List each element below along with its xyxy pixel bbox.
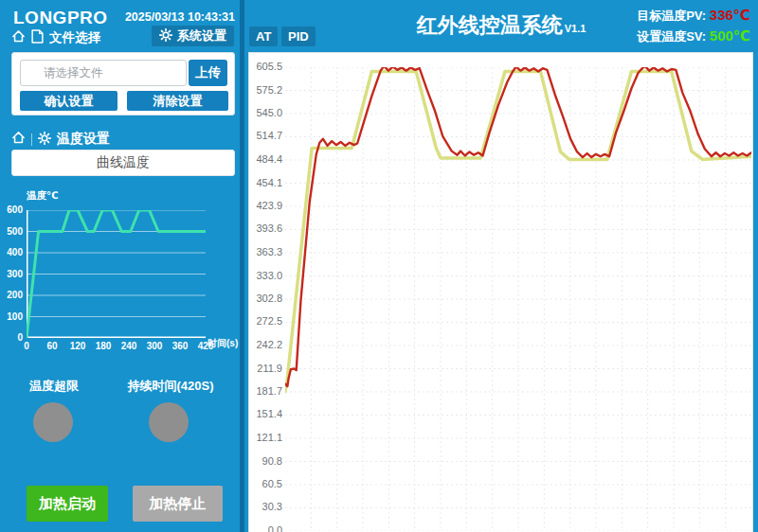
sidebar: LONGPRO 2025/03/13 10:43:31 文件选择	[0, 0, 240, 532]
file-panel: 上传 确认设置 清除设置	[11, 52, 235, 115]
mini-chart-y-tick-label: 100	[0, 311, 23, 322]
upload-button[interactable]: 上传	[189, 60, 227, 86]
pv-value: 336℃	[710, 7, 750, 23]
mini-chart-x-tick-label: 300	[147, 341, 163, 351]
mini-chart-y-tick-label: 200	[0, 290, 23, 300]
main-chart-y-tick-label: 484.4	[251, 153, 282, 165]
nav-temp-settings[interactable]: 温度设置	[11, 131, 110, 148]
main-chart-y-tick-label: 0.0	[251, 524, 282, 532]
pv-label: 目标温度PV:	[637, 9, 706, 23]
gear-icon	[159, 28, 172, 44]
sidebar-divider	[240, 0, 244, 532]
mini-chart-x-tick-label: 360	[172, 341, 189, 351]
temp-settings-label: 温度设置	[57, 131, 110, 148]
topbar: AT PID 红外线控温系统V1.1 目标温度PV: 336℃ 设置温度SV: …	[244, 0, 758, 49]
system-settings-label: 系统设置	[177, 27, 226, 44]
file-select-input[interactable]	[20, 60, 187, 86]
sv-label: 设置温度SV:	[637, 29, 706, 44]
mini-chart-x-tick-label: 240	[121, 341, 137, 351]
mini-chart-x-tick-label: 0	[24, 341, 29, 351]
main-chart-y-tick-label: 60.5	[251, 478, 282, 489]
mini-chart-x-tick-label: 120	[70, 341, 86, 351]
logo: LONGPRO	[13, 8, 108, 28]
main-chart-y-tick-label: 545.0	[251, 107, 282, 118]
nav-file-select[interactable]: 文件选择	[11, 28, 100, 47]
gear-icon	[38, 132, 51, 148]
main-chart-y-tick-label: 605.5	[251, 61, 282, 72]
mini-chart-y-tick-label: 400	[0, 247, 23, 257]
curve-temperature-button[interactable]: 曲线温度	[11, 150, 235, 176]
home-icon	[11, 131, 26, 148]
main-chart-y-tick-label: 302.8	[251, 293, 282, 304]
mini-chart-x-tick-label: 180	[96, 341, 112, 351]
main-chart-y-tick-label: 393.6	[251, 222, 282, 234]
heating-start-button[interactable]: 加热启动	[27, 486, 108, 522]
mini-chart-y-tick-label: 600	[0, 204, 23, 215]
nav-file-select-label: 文件选择	[49, 29, 100, 46]
sv-value: 500℃	[710, 27, 750, 44]
overlimit-indicator	[33, 402, 73, 442]
main-chart-y-tick-label: 151.4	[251, 408, 282, 419]
app-window: LONGPRO 2025/03/13 10:43:31 文件选择	[0, 0, 758, 532]
mini-chart-y-tick-label: 0	[0, 332, 23, 343]
app-title-text: 红外线控温系统	[417, 13, 563, 37]
pv-row: 目标温度PV: 336℃	[637, 5, 750, 26]
main-chart-y-tick-label: 333.0	[251, 270, 282, 281]
duration-indicator	[149, 402, 189, 442]
mini-chart-y-tick-label: 500	[0, 226, 23, 237]
mini-chart-x-axis-label: 时间(s)	[208, 337, 238, 350]
main-chart-y-tick-label: 423.9	[251, 200, 282, 211]
mini-chart-x-tick-label: 60	[46, 341, 57, 351]
mini-chart-plot	[27, 210, 206, 338]
pv-sv-readout: 目标温度PV: 336℃ 设置温度SV: 500℃	[637, 5, 750, 46]
main-chart-y-tick-label: 454.1	[251, 177, 282, 188]
main-chart-plot	[285, 67, 751, 531]
main-chart-y-tick-label: 211.9	[251, 363, 282, 374]
main-chart-y-tick-label: 272.5	[251, 315, 282, 327]
datetime: 2025/03/13 10:43:31	[125, 10, 235, 24]
mini-chart-y-tick-label: 300	[0, 269, 23, 279]
document-icon	[31, 29, 44, 46]
duration-label: 持续时间(420S)	[125, 378, 216, 395]
sv-row: 设置温度SV: 500℃	[637, 26, 750, 46]
main-chart-y-tick-label: 30.3	[251, 501, 282, 512]
main-chart-y-tick-label: 575.2	[251, 84, 282, 96]
confirm-settings-button[interactable]: 确认设置	[20, 91, 117, 111]
temperature-trend-chart: 605.5575.2545.0514.7484.4454.1423.9393.6…	[248, 52, 753, 532]
main-chart-y-tick-label: 514.7	[251, 130, 282, 141]
main-chart-y-tick-label: 181.7	[251, 385, 282, 397]
clear-settings-button[interactable]: 清除设置	[127, 91, 228, 111]
main-chart-y-tick-label: 121.1	[251, 432, 282, 443]
home-icon	[11, 29, 26, 46]
system-settings-button[interactable]: 系统设置	[152, 26, 234, 46]
app-version: V1.1	[565, 23, 587, 34]
main-chart-y-tick-label: 363.3	[251, 246, 282, 257]
main-chart-y-tick-label: 90.8	[251, 455, 282, 467]
setpoint-mini-chart: 温度℃ 0100200300400500600 0601201802403003…	[0, 186, 240, 358]
heating-stop-button[interactable]: 加热停止	[133, 486, 223, 522]
mini-chart-y-axis-label: 温度℃	[27, 189, 59, 203]
nav-separator	[31, 133, 32, 146]
overlimit-label: 温度超限	[13, 378, 95, 395]
main-chart-y-tick-label: 242.2	[251, 339, 282, 350]
